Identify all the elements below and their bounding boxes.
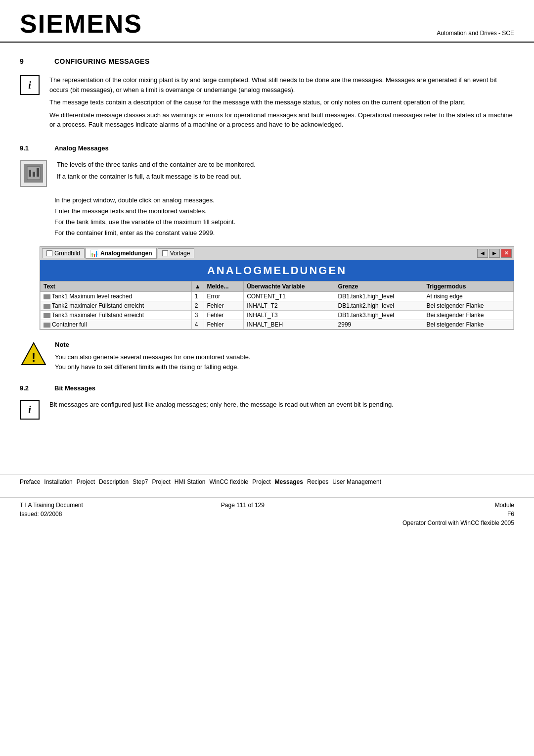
window-tabs-bar: Grundbild 📊 Analogmeldungen Vorlage ◀ ▶ …: [40, 247, 514, 260]
note-text-2: You only have to set different limits wi…: [55, 362, 251, 373]
warning-triangle-icon: !: [20, 341, 47, 367]
section-92-info-text: Bit messages are configured just like an…: [49, 400, 514, 420]
footer-tia: T I A Training Document: [20, 502, 83, 509]
footer-product-name: Operator Control with WinCC flexible 200…: [402, 520, 514, 526]
info-text-2: The message texts contain a description …: [49, 97, 514, 107]
analogmeldungen-label: Analogmeldungen: [100, 250, 152, 257]
analog-window: Grundbild 📊 Analogmeldungen Vorlage ◀ ▶ …: [40, 246, 514, 330]
row1-variable: CONTENT_T1: [244, 291, 335, 301]
row4-melde: Fehler: [204, 320, 244, 329]
section-92-info-box: i Bit messages are configured just like …: [20, 400, 514, 420]
analog-intro-section: The levels of the three tanks and of the…: [20, 160, 514, 187]
footer-nav-description[interactable]: Description: [99, 478, 129, 485]
step-3: For the tank limits, use the variable of…: [54, 217, 514, 228]
row3-icon: [44, 313, 50, 318]
analog-steps: In the project window, double click on a…: [54, 195, 514, 238]
note-box: ! Note You can also generate several mes…: [20, 340, 514, 373]
row1-melde: Error: [204, 291, 244, 301]
row4-text: Container full: [41, 320, 192, 329]
row2-text: Tank2 maximaler Füllstand erreicht: [41, 301, 192, 310]
note-content: Note You can also generate several messa…: [55, 340, 251, 373]
table-row[interactable]: Tank3 maximaler Füllstand erreicht 3 Feh…: [41, 310, 514, 320]
analog-svg-icon: [26, 166, 41, 181]
analog-icon: [20, 160, 47, 187]
window-title-bar: ANALOGMELDUNGEN: [40, 260, 514, 281]
vorlage-label: Vorlage: [170, 250, 190, 257]
col-header-variable: Überwachte Variable: [244, 281, 335, 291]
row1-text: Tank1 Maximum level reached: [41, 291, 192, 301]
page-header: SIEMENS Automation and Drives - SCE: [0, 0, 534, 43]
vorlage-checkbox[interactable]: [162, 250, 168, 256]
row1-num: 1: [191, 291, 204, 301]
table-row[interactable]: Tank2 maximaler Füllstand erreicht 2 Feh…: [41, 301, 514, 310]
footer-nav-project1[interactable]: Project: [77, 478, 95, 485]
row4-icon: [44, 323, 50, 328]
row1-icon: [44, 294, 50, 299]
analog-table-container: Text ▲ Melde... Überwachte Variable Gren…: [40, 281, 514, 330]
row3-text: Tank3 maximaler Füllstand erreicht: [41, 310, 192, 320]
row1-trigger: At rising edge: [423, 291, 514, 301]
section-92: 9.2 Bit Messages: [20, 384, 514, 392]
table-body: Tank1 Maximum level reached 1 Error CONT…: [41, 291, 514, 329]
row2-melde: Fehler: [204, 301, 244, 310]
main-content: 9 CONFIGURING MESSAGES i The representat…: [0, 43, 534, 444]
footer-nav-user-management[interactable]: User Management: [332, 478, 381, 485]
table-row[interactable]: Tank1 Maximum level reached 1 Error CONT…: [41, 291, 514, 301]
footer-nav-wincc[interactable]: WinCC flexible: [210, 478, 249, 485]
footer-issued: Issued: 02/2008: [20, 511, 83, 518]
footer-nav-project3[interactable]: Project: [252, 478, 270, 485]
row4-variable: INHALT_BEH: [244, 320, 335, 329]
section-92-title: Bit Messages: [54, 384, 95, 392]
tab-grundbild[interactable]: Grundbild: [42, 248, 85, 258]
footer-nav-project2[interactable]: Project: [152, 478, 170, 485]
note-title: Note: [55, 340, 251, 350]
row2-trigger: Bei steigender Flanke: [423, 301, 514, 310]
svg-rect-1: [29, 170, 31, 177]
footer-nav-preface[interactable]: Preface: [20, 478, 40, 485]
footer-nav-messages[interactable]: Messages: [275, 478, 303, 485]
analog-tab-icon: 📊: [90, 249, 98, 257]
analog-intro-text: The levels of the three tanks and of the…: [57, 160, 256, 187]
footer-right-col: Module F6 Operator Control with WinCC fl…: [402, 502, 514, 526]
row3-variable: INHALT_T3: [244, 310, 335, 320]
tab-vorlage[interactable]: Vorlage: [158, 248, 195, 258]
table-header-row: Text ▲ Melde... Überwachte Variable Gren…: [41, 281, 514, 291]
window-nav-buttons: ◀ ▶ ✕: [477, 249, 512, 258]
step-1: In the project window, double click on a…: [54, 195, 514, 206]
window-close-button[interactable]: ✕: [501, 249, 512, 258]
footer-module-label: Module: [402, 502, 514, 509]
row3-melde: Fehler: [204, 310, 244, 320]
col-header-sort[interactable]: ▲: [191, 281, 204, 291]
row3-num: 3: [191, 310, 204, 320]
svg-rect-3: [37, 168, 39, 177]
grundbild-label: Grundbild: [54, 250, 80, 257]
table-row[interactable]: Container full 4 Fehler INHALT_BEH 2999 …: [41, 320, 514, 329]
grundbild-checkbox[interactable]: [46, 250, 52, 256]
footer-nav-installation[interactable]: Installation: [44, 478, 72, 485]
footer-page-number: Page 111 of 129: [221, 502, 265, 509]
analog-body-2: If a tank or the container is full, a fa…: [57, 172, 256, 182]
footer-nav-step7[interactable]: Step7: [133, 478, 148, 485]
section-91-title: Analog Messages: [54, 144, 109, 152]
siemens-logo: SIEMENS: [20, 9, 142, 39]
col-header-grenze: Grenze: [335, 281, 423, 291]
row4-grenze: 2999: [335, 320, 423, 329]
row3-grenze: DB1.tank3.high_level: [335, 310, 423, 320]
row3-trigger: Bei steigender Flanke: [423, 310, 514, 320]
section-92-info-icon: i: [20, 400, 40, 420]
nav-next-button[interactable]: ▶: [489, 249, 500, 258]
svg-text:!: !: [32, 351, 36, 364]
footer-left-col: T I A Training Document Issued: 02/2008: [20, 502, 83, 526]
row2-grenze: DB1.tank2.high_level: [335, 301, 423, 310]
row2-icon: [44, 304, 50, 309]
row2-num: 2: [191, 301, 204, 310]
tab-analogmeldungen[interactable]: 📊 Analogmeldungen: [86, 248, 157, 259]
nav-prev-button[interactable]: ◀: [477, 249, 488, 258]
footer-nav-hmi[interactable]: HMI Station: [175, 478, 206, 485]
section-9-title: CONFIGURING MESSAGES: [54, 57, 150, 65]
footer-nav-recipes[interactable]: Recipes: [307, 478, 328, 485]
step-4: For the container limit, enter as the co…: [54, 228, 514, 238]
info-text-3: We differentiate message classes such as…: [49, 110, 514, 130]
analog-data-table: Text ▲ Melde... Überwachte Variable Gren…: [40, 281, 514, 330]
info-icon: i: [20, 75, 40, 95]
